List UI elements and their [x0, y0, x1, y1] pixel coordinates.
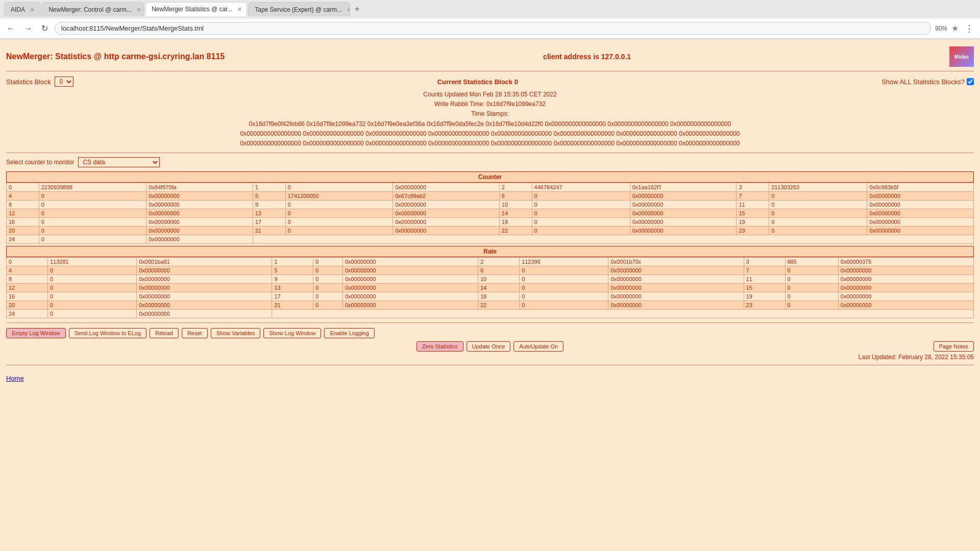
reload-button[interactable]: ↻ — [39, 22, 51, 34]
select-counter-row: Select counter to monitor CS data Other — [6, 157, 974, 167]
rate-table: 01132810x0001ba81 100x00000000 21123960x… — [6, 257, 974, 318]
show-all-checkbox[interactable] — [967, 78, 974, 85]
counter-section-header: Counter — [6, 171, 974, 183]
show-all-label: Show ALL Statistics Blocks? — [881, 78, 965, 86]
bookmark-button[interactable]: ★ — [951, 23, 959, 33]
counts-updated: Counts Updated Mon Feb 28 15:35:05 CET 2… — [6, 90, 974, 99]
back-button[interactable]: ← — [4, 23, 17, 34]
table-row: 2000x00000000 2100x00000000 2200x0000000… — [7, 301, 974, 310]
tab-tape-service[interactable]: Tape Service (Expert) @ carm... × — [248, 2, 350, 16]
table-row: 01132810x0001ba81 100x00000000 21123960x… — [7, 258, 974, 266]
tab-newmerger-stats[interactable]: NewMerger Statistics @ car... × — [145, 2, 247, 16]
forward-button[interactable]: → — [21, 23, 35, 34]
current-stats-block: Counts Updated Mon Feb 28 15:35:05 CET 2… — [6, 90, 974, 148]
zero-statistics-button[interactable]: Zero Statistics — [416, 341, 463, 352]
separator3 — [6, 365, 974, 365]
close-icon[interactable]: × — [30, 6, 34, 14]
time-stamps-label: Time Stamps: — [6, 109, 974, 119]
table-row: 400x00000000 517412000500x67c89ab2 600x0… — [7, 192, 974, 201]
close-icon[interactable]: × — [137, 6, 141, 14]
separator1 — [6, 153, 974, 153]
table-row: 2400x00000000 — [7, 310, 974, 318]
table-row: 022309398980x84f970fa 100x00000000 24467… — [7, 183, 974, 192]
page-content: NewMerger: Statistics @ http carme-gsi.c… — [0, 39, 980, 386]
action-buttons-row: Empty Log Window Send Log Window to ELog… — [6, 328, 974, 338]
timestamps-line1: 0x16d7f9e0f42feb86 0x16d7f9e1099ea732 0x… — [6, 119, 974, 129]
center-buttons: Zero Statistics Update Once AutoUpdate O… — [416, 341, 564, 352]
timestamps-line2: 0x0000000000000000 0x0000000000000000 0x… — [6, 129, 974, 139]
auto-update-button[interactable]: AutoUpdate On — [513, 341, 564, 352]
more-button[interactable]: ⋮ — [963, 23, 976, 34]
enable-logging-button[interactable]: Enable Logging — [324, 328, 374, 338]
show-log-button[interactable]: Show Log Window — [263, 328, 321, 338]
reload-button[interactable]: Reload — [150, 328, 179, 338]
timestamps-line3: 0x0000000000000000 0x0000000000000000 0x… — [6, 139, 974, 148]
table-row: 1200x00000000 1300x00000000 1400x0000000… — [7, 209, 974, 218]
write-rabbit: Write Rabbit Time: 0x16d7f9e1099ea732 — [6, 99, 974, 109]
select-counter-label: Select counter to monitor — [6, 159, 74, 166]
rate-section-header: Rate — [6, 246, 974, 257]
separator2 — [6, 322, 974, 323]
send-log-button[interactable]: Send Log Window to ELog — [69, 328, 146, 338]
show-variables-button[interactable]: Show Variables — [211, 328, 261, 338]
counter-table: 022309398980x84f970fa 100x00000000 24467… — [6, 183, 974, 244]
table-row: 2400x00000000 — [7, 235, 974, 244]
bottom-buttons-row: Zero Statistics Update Once AutoUpdate O… — [6, 341, 974, 352]
stats-block-center-title: Current Statistics Block 0 — [74, 78, 881, 86]
browser-chrome: AIDA × NewMerger: Control @ carm... × Ne… — [0, 0, 980, 39]
zoom-level: 90% — [935, 25, 947, 32]
table-row: 800x00000000 900x00000000 1000x00000000 … — [7, 201, 974, 209]
stats-block-label: Statistics Block — [6, 78, 51, 86]
stats-block-left: Statistics Block 0 1 — [6, 77, 74, 87]
midas-logo: Midas — [949, 46, 974, 67]
close-icon[interactable]: × — [347, 6, 350, 14]
page-title: NewMerger: Statistics @ http carme-gsi.c… — [6, 52, 225, 61]
update-once-button[interactable]: Update Once — [467, 341, 511, 352]
url-input[interactable] — [55, 22, 931, 35]
table-row: 800x00000000 900x00000000 1000x00000000 … — [7, 275, 974, 284]
counter-select[interactable]: CS data Other — [78, 157, 160, 167]
table-row: 1200x00000000 1300x00000000 1400x0000000… — [7, 284, 974, 292]
new-tab-button[interactable]: + — [351, 4, 363, 15]
last-updated: Last Updated: February 28, 2022 15:35:05 — [6, 354, 974, 361]
client-address: client address is 127.0.0.1 — [543, 53, 631, 61]
stats-block-row: Statistics Block 0 1 Current Statistics … — [6, 77, 974, 87]
home-link[interactable]: Home — [6, 374, 24, 382]
tab-newmerger-control[interactable]: NewMerger: Control @ carm... × — [42, 2, 144, 16]
stats-block-select[interactable]: 0 1 — [55, 77, 74, 87]
table-row: 1600x00000000 1700x00000000 1800x0000000… — [7, 218, 974, 227]
tab-bar: AIDA × NewMerger: Control @ carm... × Ne… — [0, 0, 980, 18]
address-bar: ← → ↻ 90% ★ ⋮ — [0, 18, 980, 39]
reset-button[interactable]: Reset — [182, 328, 208, 338]
page-header: NewMerger: Statistics @ http carme-gsi.c… — [6, 43, 974, 71]
tab-aida[interactable]: AIDA × — [4, 2, 41, 16]
logo-area: Midas — [949, 46, 974, 67]
stats-block-right: Show ALL Statistics Blocks? — [881, 78, 974, 86]
table-row: 1600x00000000 1700x00000000 1800x0000000… — [7, 292, 974, 301]
table-row: 2000x00000000 2100x00000000 2200x0000000… — [7, 227, 974, 235]
close-icon[interactable]: × — [237, 5, 241, 13]
page-notes-button[interactable]: Page Notes — [934, 341, 974, 352]
table-row: 400x00000000 500x00000000 600x00000000 7… — [7, 266, 974, 275]
empty-log-button[interactable]: Empty Log Window — [6, 328, 66, 338]
